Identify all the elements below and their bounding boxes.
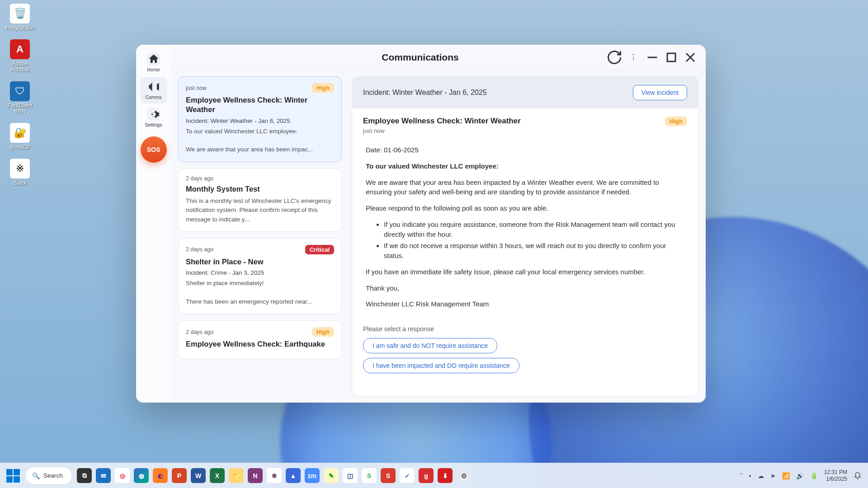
response-option-safe[interactable]: I am safe and do NOT require assistance [363, 338, 497, 353]
volume-icon[interactable]: 🔊 [796, 472, 804, 479]
priority-badge: High [665, 117, 687, 126]
taskbar-pin-slack[interactable]: ※ [267, 468, 282, 483]
page-title: Communications [234, 52, 606, 63]
desktop-icon-adobe-acrobat[interactable]: A Adobe Acrobat [3, 39, 37, 73]
close-button[interactable] [682, 49, 698, 66]
sos-button[interactable]: SOS [141, 136, 167, 163]
recycle-bin-icon: 🗑️ [10, 4, 30, 23]
refresh-button[interactable] [606, 49, 623, 66]
gear-icon [147, 108, 160, 121]
taskbar-pin-smartsheet[interactable]: S [381, 468, 396, 483]
message-card[interactable]: 2 days agoCriticalShelter in Place - New… [178, 238, 342, 314]
body-signoff: Thank you, [366, 283, 684, 293]
detail-title: Employee Wellness Check: Winter Weather [363, 117, 521, 126]
taskbar-left: 🔍 Search [6, 467, 72, 485]
sidebar-item-comms[interactable]: Comms [140, 77, 167, 103]
svg-rect-1 [667, 53, 675, 61]
chevron-up-icon[interactable]: ˄ [740, 472, 743, 479]
tray-app-icon[interactable]: ▪ [749, 472, 751, 479]
desktop-icon-label: FortiClient VPN [3, 103, 37, 115]
response-prompt: Please select a response [363, 325, 687, 333]
card-title: Employee Wellness Check: Winter Weather [186, 95, 334, 115]
body-signer: Winchester LLC Risk Management Team [366, 299, 684, 309]
battery-icon[interactable]: 🔋 [810, 472, 818, 479]
desktop-icon-slack[interactable]: ※ Slack [3, 159, 37, 186]
response-option-label: I have been impacted and DO require assi… [373, 362, 510, 369]
response-option-label: I am safe and do NOT require assistance [373, 342, 488, 349]
taskbar-pin-chrome[interactable]: ◎ [115, 468, 130, 483]
taskbar-pin-snagit[interactable]: S [362, 468, 377, 483]
notifications-button[interactable] [854, 472, 862, 480]
card-title: Shelter in Place - New [186, 257, 334, 267]
content-area: just nowHighEmployee Wellness Check: Win… [171, 70, 706, 403]
message-card[interactable]: just nowHighEmployee Wellness Check: Win… [178, 76, 342, 162]
taskbar-pin-comms-app[interactable]: ✓ [400, 468, 415, 483]
minimize-button[interactable] [644, 49, 660, 66]
taskbar-pin-explorer[interactable]: 📁 [229, 468, 244, 483]
search-icon: 🔍 [32, 472, 40, 479]
message-list[interactable]: just nowHighEmployee Wellness Check: Win… [178, 76, 342, 396]
view-incident-button[interactable]: View incident [633, 85, 687, 100]
desktop-icons-column: 🗑️ Recycle Bin A Adobe Acrobat 🛡 FortiCl… [3, 4, 37, 194]
card-time: 2 days ago [186, 175, 213, 182]
sidebar-item-settings[interactable]: Settings [140, 104, 167, 131]
desktop-icon-label: Adobe Acrobat [3, 61, 37, 73]
taskbar-pin-onenote[interactable]: N [248, 468, 263, 483]
detail-meta: Employee Wellness Check: Winter Weather … [352, 108, 698, 137]
priority-badge: Critical [305, 245, 334, 254]
slack-icon: ※ [10, 159, 30, 178]
taskbar-clock[interactable]: 12:31 PM 1/6/2025 [824, 469, 847, 483]
send-icon[interactable]: ➤ [770, 472, 776, 479]
card-body: Shelter in place immediately! There has … [186, 279, 334, 306]
card-subtitle: Incident: Winter Weather - Jan 6, 2025 [186, 117, 334, 124]
taskbar-pins: ⧉✉◎◍◐PWX📁N※▲zm✎◫SS✓g⬇⚙ [77, 468, 740, 483]
adobe-acrobat-icon: A [10, 39, 30, 59]
desktop-icon-forticlient[interactable]: 🛡 FortiClient VPN [3, 81, 37, 115]
taskbar-pin-settings-gear[interactable]: ⚙ [457, 468, 472, 483]
taskbar-pin-outlook[interactable]: ✉ [96, 468, 111, 483]
shield-icon: 🛡 [10, 81, 30, 101]
taskbar-tray: ˄ ▪ ☁ ➤ 📶 🔊 🔋 12:31 PM 1/6/2025 [740, 469, 862, 483]
body-list-item: If we do not receive a response within 3… [384, 241, 684, 261]
taskbar-pin-app-blue[interactable]: ▲ [286, 468, 301, 483]
wifi-icon[interactable]: 📶 [782, 472, 790, 479]
more-button[interactable]: ⋮ [625, 49, 642, 66]
taskbar-pin-powerpoint[interactable]: P [172, 468, 187, 483]
card-time: just now [186, 85, 207, 91]
taskbar-pin-task-view[interactable]: ⧉ [77, 468, 92, 483]
app-main-area: Communications ⋮ just nowHighEmployee We… [171, 45, 706, 403]
taskbar-pin-notes[interactable]: ✎ [324, 468, 339, 483]
taskbar-pin-grammarly[interactable]: g [419, 468, 434, 483]
incident-label: Incident: Winter Weather - Jan 6, 2025 [363, 89, 487, 97]
taskbar-pin-word[interactable]: W [191, 468, 206, 483]
message-card[interactable]: 2 days agoMonthly System TestThis is a m… [178, 169, 342, 232]
taskbar-pin-zoom[interactable]: zm [305, 468, 320, 483]
detail-body: Date: 01-06-2025 To our valued Wincheste… [352, 137, 698, 321]
taskbar-pin-excel[interactable]: X [210, 468, 225, 483]
desktop-icon-recycle-bin[interactable]: 🗑️ Recycle Bin [3, 4, 37, 31]
search-placeholder: Search [43, 472, 63, 479]
card-body: This is a monthly test of Winchester LLC… [186, 197, 334, 224]
home-icon [147, 53, 160, 66]
card-time: 2 days ago [186, 246, 213, 253]
app-sidebar: Home Comms Settings SOS [136, 45, 171, 403]
card-title: Employee Wellness Check: Earthquake [186, 339, 334, 349]
app-titlebar: Communications ⋮ [171, 45, 706, 70]
response-option-impacted[interactable]: I have been impacted and DO require assi… [363, 358, 519, 373]
maximize-button[interactable] [663, 49, 679, 66]
taskbar-pin-edge[interactable]: ◍ [134, 468, 149, 483]
taskbar-pin-app-duo[interactable]: ◫ [343, 468, 358, 483]
titlebar-controls: ⋮ [606, 49, 698, 66]
message-card[interactable]: 2 days agoHighEmployee Wellness Check: E… [178, 320, 342, 359]
body-paragraph: If you have an immediate life safety iss… [366, 267, 684, 277]
taskbar-pin-firefox[interactable]: ◐ [153, 468, 168, 483]
sidebar-item-home[interactable]: Home [140, 49, 167, 76]
desktop-icon-winscp[interactable]: 🔐 WinSCP [3, 123, 37, 150]
sos-label: SOS [147, 146, 160, 153]
taskbar-pin-pdf[interactable]: ⬇ [438, 468, 453, 483]
card-subtitle: Incident: Crime - Jan 3, 2025 [186, 269, 334, 276]
search-input[interactable]: 🔍 Search [25, 467, 72, 485]
start-button[interactable] [6, 469, 20, 483]
desktop-icon-label: WinSCP [3, 145, 37, 150]
cloud-icon[interactable]: ☁ [758, 472, 764, 479]
